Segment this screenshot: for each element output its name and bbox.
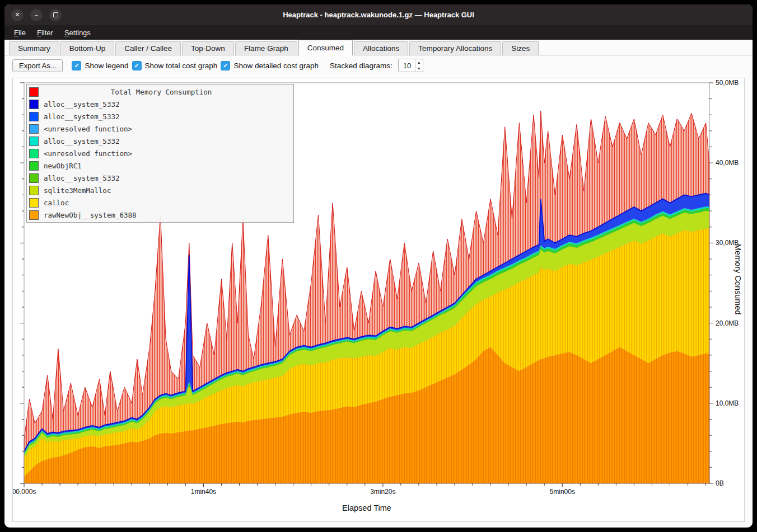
legend-item: alloc__system_5332 [29, 110, 291, 123]
tab-temporary-allocations[interactable]: Temporary Allocations [409, 41, 501, 55]
menu-filter[interactable]: Filter [32, 27, 58, 39]
stepper-down[interactable]: ▼ [415, 65, 423, 72]
tab-caller-callee[interactable]: Caller / Callee [115, 41, 181, 55]
checkbox-label: Show legend [85, 62, 128, 70]
spinbox-value: 10 [399, 59, 415, 72]
app-window: ✕ − Heaptrack - heaptrack.wakunode.1.gz … [4, 4, 753, 528]
stepper-up[interactable]: ▲ [415, 59, 423, 65]
checkbox-label: Show detailed cost graph [233, 62, 319, 70]
spinbox-steppers: ▲ ▼ [415, 59, 423, 72]
legend-item: <unresolved function> [29, 123, 291, 135]
legend-swatch [29, 149, 39, 158]
legend-label: alloc__system_5332 [44, 100, 119, 109]
legend-swatch [29, 173, 39, 183]
close-button[interactable]: ✕ [11, 9, 24, 21]
tab-flame-graph[interactable]: Flame Graph [235, 41, 297, 55]
menu-settings[interactable]: Settings [59, 27, 96, 39]
legend-label: newObjRC1 [44, 162, 82, 170]
legend-item: rawNewObj__system_6388 [29, 209, 291, 221]
maximize-icon [53, 12, 58, 17]
legend-item: newObjRC1 [29, 159, 291, 172]
svg-text:3min20s: 3min20s [370, 488, 395, 496]
legend-item: calloc [29, 196, 291, 209]
legend-label: calloc [44, 199, 69, 207]
svg-text:00.000s: 00.000s [13, 488, 36, 496]
legend-swatch [29, 161, 39, 171]
legend-swatch-total [29, 87, 39, 97]
consumed-chart-panel: Total Memory Consumption alloc__system_5… [12, 78, 745, 522]
tab-allocations[interactable]: Allocations [354, 41, 408, 55]
legend-label: alloc__system_5332 [44, 137, 119, 145]
checkbox-icon: ✓ [132, 61, 142, 70]
x-axis-title: Elapsed Time [24, 503, 709, 512]
legend-item: sqlite3MemMalloc [29, 184, 291, 196]
legend-item: <unresolved function> [29, 147, 291, 159]
tab-consumed[interactable]: Consumed [298, 40, 353, 55]
tab-bottom-up[interactable]: Bottom-Up [60, 41, 115, 55]
legend-label: rawNewObj__system_6388 [44, 211, 137, 219]
legend-swatch [29, 112, 39, 121]
svg-text:20,0MB: 20,0MB [716, 319, 739, 327]
checkbox-icon: ✓ [221, 61, 230, 70]
legend-swatch [29, 210, 39, 220]
svg-text:0B: 0B [716, 479, 724, 487]
maximize-button[interactable] [49, 9, 62, 21]
toolbar: Export As... ✓Show legend✓Show total cos… [4, 55, 753, 76]
checkbox-show-legend[interactable]: ✓Show legend [72, 61, 128, 70]
checkbox-group: ✓Show legend✓Show total cost graph✓Show … [68, 61, 319, 70]
window-controls: ✕ − [11, 9, 62, 21]
window-title: Heaptrack - heaptrack.wakunode.1.gz — He… [4, 11, 753, 19]
svg-text:1min40s: 1min40s [191, 488, 216, 496]
checkbox-icon: ✓ [72, 61, 81, 70]
legend-swatch [29, 100, 39, 109]
tab-top-down[interactable]: Top-Down [182, 41, 234, 55]
checkbox-show-detailed-cost-graph[interactable]: ✓Show detailed cost graph [221, 61, 319, 70]
tab-sizes[interactable]: Sizes [502, 41, 539, 55]
checkbox-show-total-cost-graph[interactable]: ✓Show total cost graph [132, 61, 218, 70]
checkbox-label: Show total cost graph [145, 62, 218, 70]
minimize-button[interactable]: − [30, 9, 43, 21]
legend-swatch [29, 186, 39, 195]
menu-bar: File Filter Settings [4, 25, 753, 40]
tab-summary[interactable]: Summary [9, 41, 59, 55]
menu-file[interactable]: File [9, 27, 31, 39]
legend-swatch [29, 198, 39, 208]
stacked-diagrams-label: Stacked diagrams: [330, 62, 392, 70]
legend-swatch [29, 136, 39, 146]
legend-label: alloc__system_5332 [44, 174, 119, 182]
legend-label: sqlite3MemMalloc [44, 186, 111, 195]
chart-legend: Total Memory Consumption alloc__system_5… [26, 84, 294, 223]
legend-swatch [29, 124, 39, 134]
svg-text:5min00s: 5min00s [550, 488, 575, 496]
legend-item: alloc__system_5332 [29, 135, 291, 147]
y-axis-title: Memory Consumed [733, 244, 742, 315]
svg-text:50,0MB: 50,0MB [716, 79, 739, 87]
stacked-diagrams-spinbox[interactable]: 10 ▲ ▼ [398, 59, 423, 72]
legend-label: <unresolved function> [44, 149, 132, 158]
svg-text:40,0MB: 40,0MB [716, 159, 739, 167]
legend-title: Total Memory Consumption [44, 88, 291, 96]
legend-item: alloc__system_5332 [29, 172, 291, 184]
export-as-button[interactable]: Export As... [12, 59, 63, 72]
legend-label: alloc__system_5332 [44, 112, 119, 121]
title-bar: ✕ − Heaptrack - heaptrack.wakunode.1.gz … [4, 4, 753, 25]
legend-item: alloc__system_5332 [29, 98, 291, 110]
tab-bar: SummaryBottom-UpCaller / CalleeTop-DownF… [4, 40, 753, 55]
legend-label: <unresolved function> [44, 125, 132, 133]
legend-title-row: Total Memory Consumption [29, 86, 291, 98]
svg-text:10,0MB: 10,0MB [716, 399, 739, 407]
